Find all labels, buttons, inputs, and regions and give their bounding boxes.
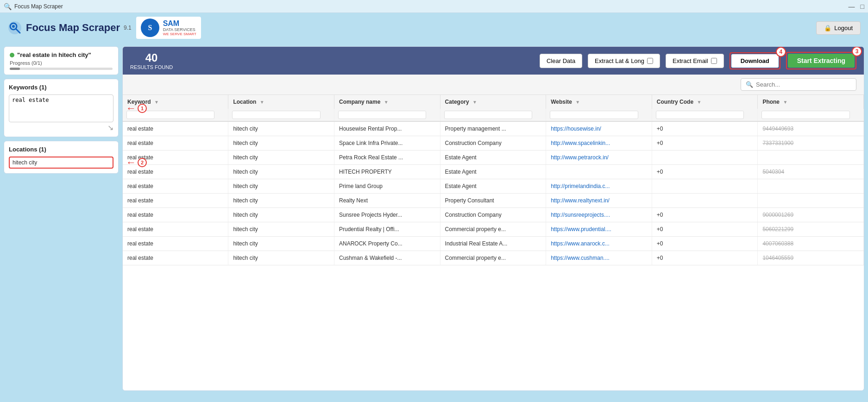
extract-lat-long-checkbox[interactable]	[647, 58, 653, 64]
cell-country-code	[652, 179, 758, 194]
company-col-search[interactable]	[338, 111, 426, 119]
cell-website: http://www.realtynext.in/	[546, 194, 652, 208]
cell-website: http://www.spacelinkin...	[546, 136, 652, 151]
cell-country-code: +0	[652, 222, 758, 237]
col-company: Company name ▼	[334, 95, 440, 109]
scraper-icon	[7, 20, 22, 35]
category-filter-icon[interactable]: ▼	[472, 100, 477, 105]
minimize-button[interactable]: —	[849, 3, 855, 10]
cell-country-code: +0	[652, 136, 758, 151]
results-number: 40	[130, 51, 173, 64]
location-col-search[interactable]	[232, 111, 320, 119]
app-title: Focus Map Scraper 9.1	[7, 20, 132, 35]
cell-location: hitech city	[228, 237, 334, 251]
download-button[interactable]: Download	[731, 54, 779, 68]
extract-lat-long-button[interactable]: Extract Lat & Long	[588, 54, 660, 68]
lock-icon: 🔒	[824, 25, 831, 31]
cell-website: https://housewise.in/	[546, 121, 652, 136]
start-btn-wrapper: 3 Start Extracting	[786, 52, 856, 69]
annotation-1: 1	[138, 104, 147, 113]
search-query-text: "real estate in hitech city"	[17, 51, 91, 58]
clear-data-button[interactable]: Clear Data	[540, 54, 582, 68]
country-col-search[interactable]	[656, 111, 744, 119]
cell-phone	[758, 194, 864, 208]
category-col-search[interactable]	[444, 111, 532, 119]
table-body: real estate hitech city Housewise Rental…	[123, 121, 864, 265]
cell-country-code: +0	[652, 121, 758, 136]
table-row: real estate hitech city Cushman & Wakefi…	[123, 251, 864, 265]
cell-phone: 5040304	[758, 165, 864, 179]
keywords-title: Keywords (1)	[9, 84, 113, 91]
location-filter-icon[interactable]: ▼	[260, 100, 264, 105]
cell-location: hitech city	[228, 194, 334, 208]
table-row: real estate hitech city Housewise Rental…	[123, 121, 864, 136]
cell-company: Prudential Realty | Offi...	[334, 222, 440, 237]
resize-handle[interactable]: ↘	[107, 124, 113, 132]
annotation-2: 2	[138, 158, 147, 167]
cell-location: hitech city	[228, 121, 334, 136]
cell-country-code: +0	[652, 208, 758, 222]
table-row: real estate hitech city Prudential Realt…	[123, 222, 864, 237]
start-badge: 3	[852, 46, 862, 57]
website-filter-icon[interactable]: ▼	[575, 100, 580, 105]
cell-phone: 7337331900	[758, 136, 864, 151]
cell-company: Cushman & Wakefield -...	[334, 251, 440, 265]
status-dot	[10, 53, 14, 57]
table-row: real estate hitech city Space Link Infra…	[123, 136, 864, 151]
cell-location: hitech city	[228, 251, 334, 265]
search-status-box: "real estate in hitech city" Progress (0…	[4, 46, 119, 75]
extract-email-button[interactable]: Extract Email	[666, 54, 724, 68]
main-layout: "real estate in hitech city" Progress (0…	[0, 43, 868, 395]
app-header: Focus Map Scraper 9.1 S SAM DATA SERVICE…	[0, 13, 868, 43]
cell-category: Estate Agent	[440, 179, 546, 194]
sam-tagline: WE SERVE SMART	[163, 32, 196, 36]
phone-filter-icon[interactable]: ▼	[783, 100, 787, 105]
table-row: real estate hitech city Realty Next Prop…	[123, 194, 864, 208]
title-bar-label: Focus Map Scraper	[14, 3, 63, 10]
s-logo-svg: S	[144, 21, 157, 34]
cell-location: hitech city	[228, 151, 334, 165]
col-category: Category ▼	[440, 95, 546, 109]
cell-company: Petra Rock Real Estate ...	[334, 151, 440, 165]
search-box: 🔍	[741, 78, 856, 91]
toolbar: 40 RESULTS FOUND Clear Data Extract Lat …	[123, 47, 864, 75]
start-extracting-button[interactable]: Start Extracting	[788, 54, 855, 68]
cell-category: Property management ...	[440, 121, 546, 136]
keyword-filter-icon[interactable]: ▼	[154, 100, 159, 105]
app-version: 9.1	[124, 25, 132, 31]
company-filter-icon[interactable]: ▼	[384, 100, 389, 105]
maximize-button[interactable]: □	[861, 3, 864, 10]
table-row: real estate hitech city Prime land Group…	[123, 179, 864, 194]
cell-website: http://www.petrarock.in/	[546, 151, 652, 165]
phone-col-search[interactable]	[761, 111, 849, 119]
cell-keyword: real estate	[123, 121, 228, 136]
cell-keyword: real estate	[123, 136, 228, 151]
sam-sub: DATA SERVICES	[163, 27, 196, 32]
cell-website: http://sunsreeprojects....	[546, 208, 652, 222]
col-country-code: Country Code ▼	[652, 95, 758, 109]
table-header-row: Keyword ▼ Location ▼ Company name ▼ Cate…	[123, 95, 864, 109]
table-wrapper: Keyword ▼ Location ▼ Company name ▼ Cate…	[123, 95, 864, 390]
website-col-search[interactable]	[550, 111, 638, 119]
extract-email-checkbox[interactable]	[711, 58, 717, 64]
locations-input[interactable]	[9, 157, 113, 169]
cell-location: hitech city	[228, 208, 334, 222]
download-badge: 4	[776, 47, 786, 57]
cell-category: Commercial property e...	[440, 222, 546, 237]
location-annotation: ← 2	[126, 157, 147, 168]
cell-phone: 9000001269	[758, 208, 864, 222]
download-btn-wrapper: 4 Download	[730, 52, 780, 69]
svg-point-3	[12, 25, 15, 28]
results-table: Keyword ▼ Location ▼ Company name ▼ Cate…	[123, 95, 864, 265]
cell-company: ANAROCK Property Co...	[334, 237, 440, 251]
search-input[interactable]	[756, 81, 849, 88]
table-row: real estate hitech city HITECH PROPERTY …	[123, 165, 864, 179]
country-code-filter-icon[interactable]: ▼	[697, 100, 701, 105]
keywords-textarea[interactable]: real estate	[9, 94, 113, 122]
keywords-section: Keywords (1) real estate ← 1 ↘	[4, 79, 119, 137]
logout-button[interactable]: 🔒 Logout	[816, 21, 861, 35]
cell-keyword: real estate	[123, 179, 228, 194]
cell-country-code: +0	[652, 165, 758, 179]
cell-website	[546, 165, 652, 179]
locations-section: Locations (1) ← 2	[4, 141, 119, 174]
